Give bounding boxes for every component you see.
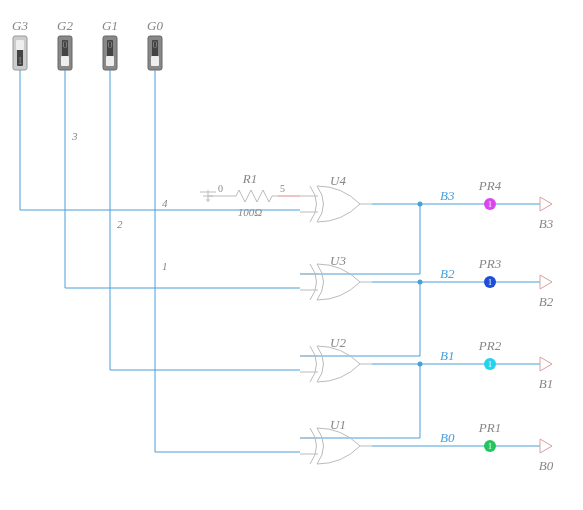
out-b2-label: B2 (539, 294, 554, 309)
out-b1 (540, 357, 552, 371)
switch-g1-label: G1 (102, 18, 118, 33)
switch-g0-label: G0 (147, 18, 163, 33)
net-b3-label: B3 (440, 188, 455, 203)
wire-b3-fb (300, 204, 420, 274)
net-b2-label: B2 (440, 266, 455, 281)
wire-g0 (155, 70, 300, 452)
pr1-value: 1 (488, 442, 492, 451)
gate-u1 (300, 428, 372, 464)
out-b0-label: B0 (539, 458, 554, 473)
pr3-label: PR3 (478, 256, 502, 271)
switch-g3[interactable]: G3 1 (12, 18, 28, 70)
wire-g1 (110, 70, 300, 370)
wire-g2 (65, 70, 300, 288)
gate-u3 (300, 264, 372, 300)
pr2-label: PR2 (478, 338, 502, 353)
net-1-label: 1 (162, 260, 168, 272)
out-b0 (540, 439, 552, 453)
net-4-label: 4 (162, 197, 168, 209)
net-b1-label: B1 (440, 348, 454, 363)
net-2-label: 2 (117, 218, 123, 230)
switch-g2[interactable]: G2 0 (57, 18, 73, 70)
out-b3-label: B3 (539, 216, 554, 231)
switch-g3-label: G3 (12, 18, 28, 33)
pr3-value: 1 (488, 278, 492, 287)
gate-u2 (300, 346, 372, 382)
pr4-label: PR4 (478, 178, 502, 193)
switch-g2-label: G2 (57, 18, 73, 33)
r1-node-left: 0 (218, 183, 223, 194)
schematic-canvas: G3 1 G2 0 G1 0 G0 0 3 2 1 4 (0, 0, 583, 510)
switch-g1[interactable]: G1 0 (102, 18, 118, 70)
wire-b1-fb (300, 364, 420, 438)
svg-rect-5 (61, 56, 69, 66)
net-b0-label: B0 (440, 430, 455, 445)
svg-rect-2 (16, 40, 24, 50)
wire-g3 (20, 70, 300, 210)
r1-value: 100Ω (238, 206, 263, 218)
r1-node-right: 5 (280, 183, 285, 194)
out-b2 (540, 275, 552, 289)
out-b3 (540, 197, 552, 211)
net-3-label: 3 (71, 130, 78, 142)
switch-g3-value: 1 (18, 55, 23, 66)
r1-name: R1 (242, 171, 257, 186)
u4-label: U4 (330, 173, 346, 188)
out-b1-label: B1 (539, 376, 553, 391)
switch-g0[interactable]: G0 0 (147, 18, 163, 70)
switch-g2-value: 0 (63, 39, 68, 50)
gate-u4 (300, 186, 372, 222)
svg-rect-8 (106, 56, 114, 66)
pr2-value: 1 (488, 360, 492, 369)
svg-rect-11 (151, 56, 159, 66)
pr1-label: PR1 (478, 420, 501, 435)
wire-b2-fb (300, 282, 420, 356)
switch-g0-value: 0 (153, 39, 158, 50)
switch-g1-value: 0 (108, 39, 113, 50)
resistor-r1: R1 100Ω (230, 171, 278, 218)
pr4-value: 1 (488, 200, 492, 209)
